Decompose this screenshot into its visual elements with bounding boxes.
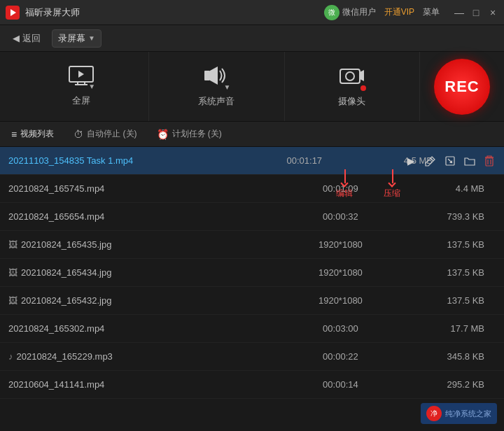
record-label: 录屏幕: [58, 32, 85, 45]
file-name: 20211103_154835 Task 1.mp4: [8, 155, 255, 166]
watermark: 净 纯净系统之家: [421, 403, 497, 424]
file-duration: 00:01:09: [285, 183, 396, 194]
speaker-icon: ▼: [204, 65, 229, 91]
title-bar-right: 微 微信用户 开通VIP 菜单 — □ ×: [324, 5, 498, 20]
tab-schedule[interactable]: ⏰ 计划任务 (关): [153, 125, 226, 143]
close-button[interactable]: ×: [487, 7, 498, 18]
avatar: 微: [324, 5, 340, 20]
file-duration: 00:00:32: [285, 211, 396, 222]
app-title: 福昕录屏大师: [25, 6, 324, 19]
audio-control[interactable]: ▼ 系统声音: [149, 52, 284, 121]
file-name: 20210824_165654.mp4: [8, 211, 285, 222]
watermark-text: 纯净系统之家: [445, 409, 491, 419]
file-name: ♪ 20210824_165229.mp3: [8, 351, 285, 362]
app-logo: [6, 6, 20, 20]
timer-icon: ⏱: [74, 129, 83, 140]
tab-bar: ≡ 视频列表 ⏱ 自动停止 (关) ⏰ 计划任务 (关): [0, 122, 504, 147]
file-duration: 00:00:22: [285, 351, 396, 362]
file-row[interactable]: ♪ 20210824_165229.mp3 00:00:22 345.8 KB: [0, 343, 504, 371]
svg-rect-6: [204, 71, 210, 80]
file-size: 137.5 KB: [396, 239, 496, 250]
file-name: 🖼 20210824_165435.jpg: [8, 239, 285, 250]
vip-button[interactable]: 开通VIP: [384, 6, 414, 18]
file-row[interactable]: 🖼 20210824_165432.jpg 1920*1080 137.5 KB: [0, 287, 504, 315]
file-size: 739.3 KB: [396, 211, 496, 222]
file-size: 137.5 KB: [396, 267, 496, 278]
image-icon: 🖼: [8, 239, 18, 250]
music-icon: ♪: [8, 351, 13, 362]
edit-button[interactable]: [423, 153, 438, 169]
file-duration: 00:00:14: [285, 379, 396, 390]
file-row[interactable]: 🖼 20210824_165435.jpg 1920*1080 137.5 KB: [0, 231, 504, 259]
tab-schedule-label: 计划任务 (关): [172, 128, 222, 140]
rec-button[interactable]: REC: [434, 59, 490, 115]
watermark-logo: 净: [426, 406, 442, 421]
title-bar: 福昕录屏大师 微 微信用户 开通VIP 菜单 — □ ×: [0, 0, 504, 25]
file-row[interactable]: 🖼 20210824_165434.jpg 1920*1080 137.5 KB: [0, 259, 504, 287]
file-duration: 1920*1080: [285, 295, 396, 306]
file-name: 20210824_165302.mp4: [8, 323, 285, 334]
file-name: 🖼 20210824_165434.jpg: [8, 267, 285, 278]
file-row[interactable]: 20211103_154835 Task 1.mp4 00:01:17 4.5 …: [0, 147, 504, 175]
username: 微信用户: [342, 6, 376, 18]
file-duration: 1920*1080: [285, 239, 396, 250]
svg-marker-0: [10, 9, 16, 16]
file-size: 4.4 MB: [396, 183, 496, 194]
fullscreen-label: 全屏: [72, 94, 90, 107]
list-icon: ≡: [11, 129, 17, 140]
folder-button[interactable]: [462, 153, 477, 169]
monitor-icon: ▼: [69, 66, 94, 90]
file-row[interactable]: 20210604_141141.mp4 00:00:14 295.2 KB: [0, 371, 504, 399]
toolbar: ◀ 返回 录屏幕 ▼: [0, 25, 504, 52]
file-duration: 00:03:00: [285, 323, 396, 334]
play-button[interactable]: ▶: [403, 153, 419, 169]
clock-icon: ⏰: [157, 129, 169, 140]
file-name: 20210604_141141.mp4: [8, 379, 285, 390]
audio-label: 系统声音: [198, 95, 234, 108]
minimize-button[interactable]: —: [454, 7, 465, 18]
user-info[interactable]: 微 微信用户: [324, 5, 376, 20]
file-name: 20210824_165745.mp4: [8, 183, 285, 194]
file-size: 137.5 KB: [396, 295, 496, 306]
back-button[interactable]: ◀ 返回: [7, 29, 46, 48]
file-duration: 00:01:17: [255, 155, 354, 166]
image-icon: 🖼: [8, 295, 18, 306]
file-actions: ▶: [403, 153, 497, 169]
tab-video-list-label: 视频列表: [20, 128, 54, 140]
record-mode-dropdown[interactable]: 录屏幕 ▼: [52, 29, 102, 48]
chevron-down-icon: ▼: [88, 34, 95, 42]
file-size: 17.7 MB: [396, 323, 496, 334]
delete-button[interactable]: [482, 153, 497, 169]
fullscreen-control[interactable]: ▼ 全屏: [14, 52, 149, 121]
svg-rect-16: [486, 158, 493, 166]
camera-icon: [340, 65, 365, 91]
svg-marker-7: [210, 66, 218, 85]
tab-auto-stop[interactable]: ⏱ 自动停止 (关): [69, 125, 141, 143]
compress-button[interactable]: [442, 153, 458, 169]
file-list: 20211103_154835 Task 1.mp4 00:01:17 4.5 …: [0, 147, 504, 431]
file-size: 295.2 KB: [396, 379, 496, 390]
file-size: 345.8 KB: [396, 351, 496, 362]
maximize-button[interactable]: □: [470, 7, 482, 18]
file-row[interactable]: 20210824_165745.mp4 00:01:09 4.4 MB: [0, 175, 504, 203]
tab-video-list[interactable]: ≡ 视频列表: [7, 125, 58, 143]
camera-label: 摄像头: [338, 95, 365, 108]
svg-point-9: [346, 72, 354, 80]
file-row[interactable]: 20210824_165654.mp4 00:00:32 739.3 KB: [0, 203, 504, 231]
window-controls: — □ ×: [454, 7, 498, 18]
back-arrow-icon: ◀: [13, 33, 20, 43]
back-label: 返回: [22, 32, 41, 45]
file-row[interactable]: 20210824_165302.mp4 00:03:00 17.7 MB: [0, 315, 504, 343]
file-duration: 1920*1080: [285, 267, 396, 278]
image-icon: 🖼: [8, 267, 18, 278]
tab-auto-stop-label: 自动停止 (关): [87, 128, 136, 140]
file-name: 🖼 20210824_165432.jpg: [8, 295, 285, 306]
camera-control[interactable]: 摄像头: [285, 52, 420, 121]
menu-button[interactable]: 菜单: [423, 6, 440, 18]
controls-area: ▼ 全屏 ▼ 系统声音 摄像头 REC: [0, 52, 504, 122]
svg-line-11: [430, 158, 433, 161]
svg-marker-5: [78, 71, 84, 78]
